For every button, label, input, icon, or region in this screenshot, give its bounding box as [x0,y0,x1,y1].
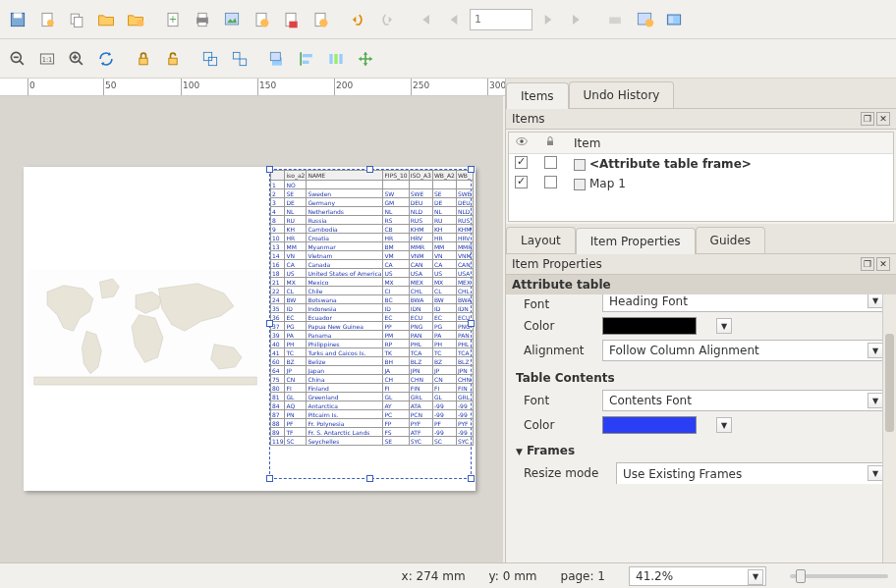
export-svg-button[interactable] [248,6,275,33]
scrollbar[interactable] [882,294,896,562]
redo-button[interactable] [373,6,401,33]
zoom-out-button[interactable] [4,45,31,73]
chevron-down-icon: ▼ [868,294,883,308]
main-toolbar-1: + 1 [0,0,896,39]
svg-rect-23 [669,16,673,23]
chevron-down-icon[interactable]: ▼ [716,417,732,433]
heading-font-select[interactable]: Heading Font▼ [602,294,886,312]
lock-checkbox[interactable] [544,176,557,188]
align-left-button[interactable] [293,45,320,73]
svg-rect-16 [289,21,297,27]
undo-button[interactable] [344,6,371,33]
disclosure-triangle-icon: ▼ [516,447,523,456]
zoom-actual-button[interactable]: 1:1 [33,45,61,73]
svg-point-3 [47,20,54,27]
lock-checkbox[interactable] [544,156,557,169]
open-button[interactable] [92,6,120,33]
chevron-down-icon: ▼ [868,393,883,408]
chevron-down-icon: ▼ [868,343,883,358]
new-layout-button[interactable] [33,6,61,33]
raise-button[interactable] [263,45,291,73]
tab-layout[interactable]: Layout [506,227,576,253]
svg-rect-1 [14,13,22,18]
canvas[interactable]: iso_a2NAMEFIPS_10ISO_A3WB_A2WB_ 1NO2SESw… [0,96,503,562]
items-panel-header: Items ❐ ✕ [506,109,896,130]
svg-rect-36 [303,54,312,57]
distribute-button[interactable] [322,45,350,73]
eye-icon [515,134,529,148]
alignment-select[interactable]: Follow Column Alignment▼ [602,340,886,361]
attribute-table-section-title: Attribute table [506,275,896,294]
atlas-preview-button[interactable] [660,6,688,33]
chevron-down-icon: ▼ [868,465,883,481]
lock-icon [544,134,556,148]
last-page-button[interactable] [564,6,591,33]
templates-button[interactable] [122,6,149,33]
svg-rect-32 [233,52,240,59]
prev-page-button[interactable] [440,6,468,33]
list-item[interactable]: <Attribute table frame> [509,154,893,175]
lock-button[interactable] [130,45,157,73]
tab-guides[interactable]: Guides [696,227,766,253]
svg-rect-30 [203,52,211,60]
panel-restore-icon[interactable]: ❐ [861,112,874,126]
duplicate-button[interactable] [63,6,90,33]
status-bar: x: 274 mm y: 0 mm page: 1 41.2%▼ [0,562,896,588]
page-number-input[interactable]: 1 [470,9,532,30]
tab-item-properties[interactable]: Item Properties [576,228,696,254]
chevron-down-icon[interactable]: ▼ [716,318,732,334]
print-button[interactable] [189,6,216,33]
panel-close-icon[interactable]: ✕ [876,257,890,271]
contents-font-select[interactable]: Contents Font▼ [602,390,886,411]
svg-text:1:1: 1:1 [42,55,53,63]
list-item[interactable]: Map 1 [509,174,893,193]
svg-rect-10 [198,13,206,18]
svg-rect-33 [240,59,247,66]
settings-button[interactable] [307,6,334,33]
heading-font-label: Font [524,297,594,311]
svg-rect-44 [547,141,553,146]
atlas-settings-button[interactable] [631,6,658,33]
next-page-button[interactable] [534,6,562,33]
ungroup-button[interactable] [226,45,253,73]
top-tabs: Items Undo History [506,79,896,109]
visibility-checkbox[interactable] [515,176,528,188]
svg-rect-35 [270,52,280,60]
save-button[interactable] [4,6,31,33]
add-item-button[interactable]: + [159,6,187,33]
export-image-button[interactable] [218,6,246,33]
resize-button[interactable] [352,45,379,73]
group-button[interactable] [196,45,224,73]
svg-point-18 [319,19,327,27]
svg-point-14 [260,19,268,27]
tab-items[interactable]: Items [506,82,569,109]
zoom-in-button[interactable] [63,45,90,73]
unlock-button[interactable] [159,45,187,73]
attribute-table-frame[interactable]: iso_a2NAMEFIPS_10ISO_A3WB_A2WB_ 1NO2SESw… [269,169,472,479]
resize-mode-select[interactable]: Use Existing Frames▼ [616,462,886,484]
export-pdf-button[interactable] [277,6,305,33]
map-frame[interactable] [28,259,263,397]
tab-undo-history[interactable]: Undo History [569,81,675,108]
contents-font-label: Font [524,394,594,407]
svg-text:+: + [169,14,177,25]
visibility-checkbox[interactable] [515,156,528,169]
items-list[interactable]: Item <Attribute table frame>Map 1 [508,132,894,222]
panel-restore-icon[interactable]: ❐ [861,257,874,271]
item-props-header: Item Properties ❐ ✕ [506,254,896,275]
contents-color-swatch[interactable] [602,416,697,434]
zoom-input[interactable]: 41.2%▼ [629,566,766,586]
refresh-button[interactable] [92,45,120,73]
chevron-down-icon: ▼ [748,569,763,585]
heading-color-swatch[interactable] [602,317,697,335]
first-page-button[interactable] [411,6,438,33]
heading-color-label: Color [524,319,594,333]
frames-heading[interactable]: ▼Frames [516,444,886,457]
panel-close-icon[interactable]: ✕ [876,112,890,126]
status-x: x: 274 mm [402,569,466,583]
resize-mode-label: Resize mode [524,466,608,480]
right-panel: Items Undo History Items ❐ ✕ Item <Attri… [505,79,896,562]
zoom-slider[interactable] [790,574,888,578]
svg-point-21 [645,19,653,27]
print-atlas-button[interactable] [601,6,629,33]
